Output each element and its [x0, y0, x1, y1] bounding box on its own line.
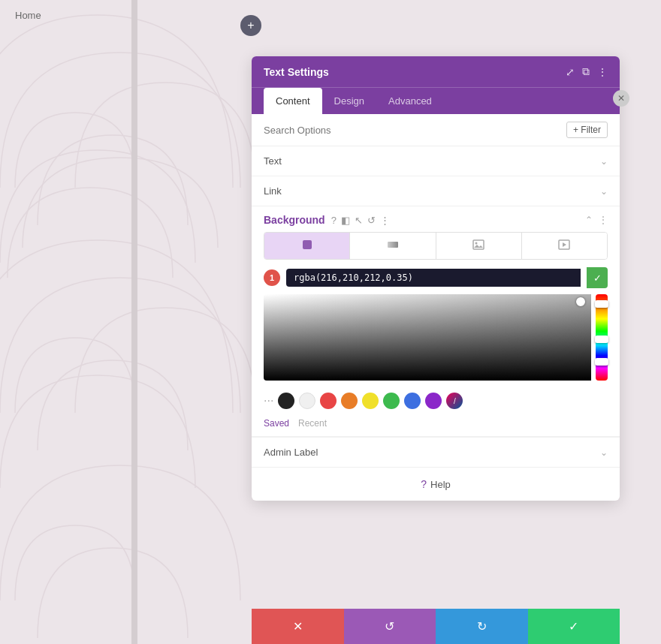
hue-thumb-bottom — [595, 358, 608, 366]
background-section-header: Background ? ◧ ↖ ↺ ⋮ ⌃ ⋮ — [252, 206, 620, 232]
background-type-tabs — [264, 232, 608, 260]
panel-header-icons: ⤢ ⧉ ⋮ — [566, 65, 608, 78]
help-icon: ? — [421, 478, 427, 490]
color-input-row: 1 ✓ — [264, 267, 608, 288]
search-input[interactable] — [264, 125, 566, 136]
background-header-right: ⌃ ⋮ — [585, 215, 608, 225]
svg-rect-3 — [473, 240, 484, 249]
help-label: Help — [430, 479, 451, 490]
background-controls: ? ◧ ↖ ↺ ⋮ — [331, 215, 390, 226]
background-help-icon[interactable]: ? — [331, 215, 337, 226]
gradient-main-area[interactable] — [264, 294, 591, 381]
search-bar: + Filter — [252, 114, 620, 146]
bg-gradient-icon — [387, 239, 399, 253]
panel-header: Text Settings ⤢ ⧉ ⋮ — [252, 56, 620, 87]
color-index-badge: 1 — [264, 269, 280, 286]
tab-content[interactable]: Content — [264, 88, 322, 114]
swatch-custom[interactable]: / — [446, 393, 463, 409]
confirm-button[interactable]: ✓ — [528, 609, 620, 644]
bg-type-tab-image[interactable] — [436, 233, 522, 259]
admin-label-section-label: Admin Label — [264, 447, 318, 458]
recent-tab[interactable]: Recent — [298, 418, 327, 429]
hue-thumb-top — [595, 300, 608, 308]
swatch-yellow[interactable] — [362, 393, 379, 409]
undo-button[interactable]: ↺ — [344, 609, 436, 644]
text-section-chevron: ⌄ — [600, 156, 608, 167]
color-swatches: ··· / — [252, 387, 620, 415]
swatch-purple[interactable] — [425, 393, 442, 409]
bg-type-tab-color[interactable] — [264, 233, 350, 259]
background-more-icon[interactable]: ⋮ — [380, 215, 390, 226]
redo-button[interactable]: ↻ — [436, 609, 528, 644]
color-confirm-button[interactable]: ✓ — [587, 267, 608, 288]
nav-home-link[interactable]: Home — [15, 10, 41, 21]
swatch-red[interactable] — [320, 393, 337, 409]
background-cursor-icon[interactable]: ↖ — [355, 215, 363, 226]
link-section-chevron: ⌄ — [600, 186, 608, 197]
text-section-row[interactable]: Text ⌄ — [252, 146, 620, 176]
gradient-dark-overlay — [264, 294, 591, 381]
background-section-chevron-up[interactable]: ⌃ — [585, 215, 593, 225]
gradient-cursor — [576, 297, 585, 306]
footer-buttons: ✕ ↺ ↻ ✓ — [252, 609, 620, 644]
link-section-row[interactable]: Link ⌄ — [252, 176, 620, 206]
bg-video-icon — [558, 239, 570, 253]
background-reset-icon[interactable]: ↺ — [367, 215, 376, 226]
admin-label-section-chevron: ⌄ — [600, 447, 608, 458]
background-section-title: Background — [264, 214, 325, 226]
help-row[interactable]: ? Help — [252, 468, 620, 501]
color-picker-gradient[interactable] — [264, 294, 608, 381]
tab-advanced[interactable]: Advanced — [376, 88, 444, 114]
swatch-blue[interactable] — [404, 393, 421, 409]
text-settings-panel: Text Settings ⤢ ⧉ ⋮ Content Design Advan… — [252, 56, 620, 501]
saved-recent-tabs: Saved Recent — [252, 415, 620, 436]
filter-button[interactable]: + Filter — [566, 122, 608, 138]
background-color-icon[interactable]: ◧ — [341, 215, 350, 226]
panel-title: Text Settings — [264, 66, 329, 78]
swatch-white[interactable] — [299, 393, 315, 409]
svg-point-4 — [475, 242, 478, 245]
columns-icon[interactable]: ⧉ — [582, 65, 590, 78]
bg-color-icon — [301, 239, 313, 253]
bg-type-tab-video[interactable] — [522, 233, 607, 259]
more-options-icon[interactable]: ⋮ — [597, 66, 608, 78]
saved-tab[interactable]: Saved — [264, 418, 289, 429]
panel-tabs: Content Design Advanced — [252, 87, 620, 114]
color-value-input[interactable] — [286, 269, 581, 287]
add-section-button[interactable]: + — [240, 15, 261, 36]
hue-thumb-mid — [595, 336, 608, 343]
background-section-more[interactable]: ⋮ — [599, 215, 608, 225]
custom-swatch-icon: / — [454, 397, 456, 405]
svg-rect-1 — [303, 240, 312, 249]
link-section-label: Link — [264, 185, 282, 197]
panel-close-button[interactable]: ✕ — [613, 90, 629, 107]
left-sidebar-strip — [131, 0, 137, 644]
swatch-green[interactable] — [383, 393, 400, 409]
admin-label-section-row[interactable]: Admin Label ⌄ — [252, 437, 620, 468]
cancel-button[interactable]: ✕ — [252, 609, 344, 644]
hue-slider[interactable] — [596, 294, 608, 381]
tab-design[interactable]: Design — [322, 88, 376, 114]
swatch-orange[interactable] — [341, 393, 358, 409]
bg-type-tab-gradient[interactable] — [350, 233, 436, 259]
bg-image-icon — [472, 239, 484, 253]
background-section: Background ? ◧ ↖ ↺ ⋮ ⌃ ⋮ — [252, 206, 620, 437]
svg-rect-2 — [388, 242, 398, 248]
more-swatches-button[interactable]: ··· — [264, 394, 273, 408]
nav-bar: Home — [0, 0, 661, 30]
resize-icon[interactable]: ⤢ — [566, 66, 575, 78]
background-title-row: Background ? ◧ ↖ ↺ ⋮ — [264, 214, 390, 226]
swatch-black[interactable] — [278, 393, 294, 409]
text-section-label: Text — [264, 155, 282, 167]
